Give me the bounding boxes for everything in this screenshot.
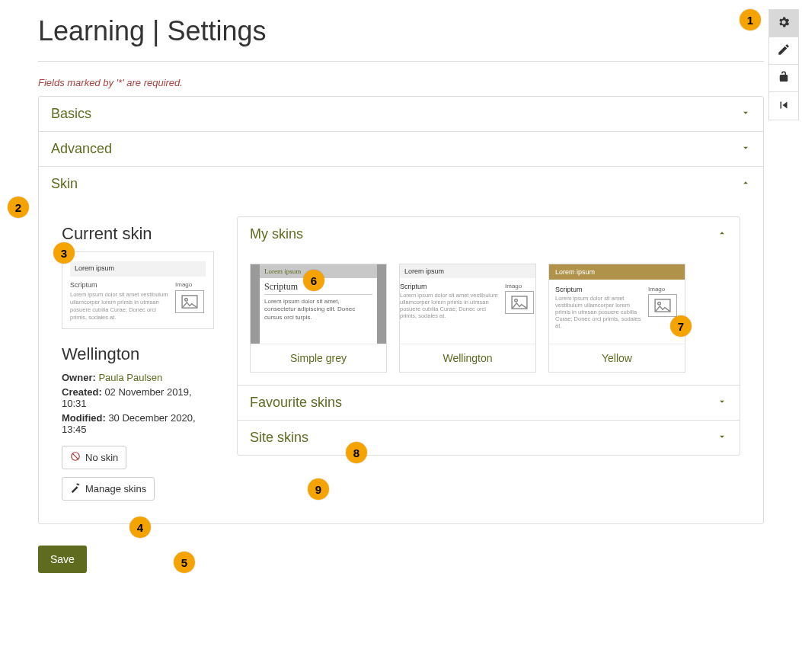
save-button[interactable]: Save bbox=[38, 546, 87, 573]
accordion-label: Advanced bbox=[51, 141, 112, 157]
edit-tool-button[interactable] bbox=[769, 37, 798, 65]
chevron-up-icon bbox=[740, 178, 751, 190]
image-placeholder-icon bbox=[648, 294, 677, 317]
current-skin-meta: Owner: Paula Paulsen Created: 02 Novembe… bbox=[62, 372, 214, 435]
chevron-down-icon bbox=[740, 107, 751, 120]
pencil-icon bbox=[777, 43, 791, 59]
callout-8: 8 bbox=[346, 442, 367, 463]
callout-4: 4 bbox=[129, 517, 151, 538]
callout-2: 2 bbox=[8, 197, 29, 218]
callout-7: 7 bbox=[670, 315, 692, 337]
svg-line-3 bbox=[72, 453, 78, 459]
chevron-down-icon bbox=[717, 430, 727, 446]
accordion-header-basics[interactable]: Basics bbox=[39, 97, 763, 131]
image-placeholder-icon bbox=[505, 291, 534, 314]
svg-point-7 bbox=[658, 302, 661, 306]
current-skin-heading: Current skin bbox=[62, 224, 214, 244]
page-title: Learning | Settings bbox=[38, 15, 764, 47]
preview-title-bar: Lorem ipsum bbox=[70, 261, 206, 277]
image-placeholder-icon bbox=[175, 290, 204, 313]
required-fields-note: Fields marked by '*' are required. bbox=[38, 77, 764, 88]
settings-tool-button[interactable] bbox=[769, 10, 798, 37]
no-skin-button[interactable]: No skin bbox=[62, 446, 126, 469]
magic-icon bbox=[70, 482, 81, 495]
manage-skins-button[interactable]: Manage skins bbox=[62, 477, 155, 501]
page-side-toolbar bbox=[768, 9, 799, 120]
svg-point-1 bbox=[185, 299, 188, 302]
skin-card-label: Simple grey bbox=[251, 344, 386, 372]
skin-card-label: Wellington bbox=[400, 344, 535, 372]
chevron-up-icon bbox=[717, 226, 727, 242]
step-backward-icon bbox=[777, 98, 791, 114]
skin-preview: Lorem ipsum Scriptum Lorem ipsum dolor s… bbox=[549, 264, 685, 344]
sub-accordion-header-favourite-skins[interactable]: Favourite skins bbox=[238, 386, 740, 420]
accordion-label: Skin bbox=[51, 176, 78, 192]
unlock-icon bbox=[777, 70, 791, 86]
sub-accordion-header-site-skins[interactable]: Site skins bbox=[238, 421, 740, 455]
page-divider bbox=[38, 61, 764, 62]
sub-accordion-header-my-skins[interactable]: My skins bbox=[238, 217, 740, 251]
skin-card-label: Yellow bbox=[549, 344, 685, 372]
settings-accordion: Basics Advanced Skin bbox=[38, 96, 764, 524]
svg-point-5 bbox=[515, 299, 518, 302]
return-tool-button[interactable] bbox=[769, 92, 798, 120]
skins-sub-accordion: My skins bbox=[237, 216, 740, 456]
chevron-down-icon bbox=[740, 142, 751, 155]
accordion-header-advanced[interactable]: Advanced bbox=[39, 132, 763, 166]
skin-preview: Lorem ipsum Scriptum Lorem ipsum dolor s… bbox=[400, 264, 535, 344]
callout-5: 5 bbox=[174, 552, 195, 573]
skin-panel: Current skin Lorem ipsum Scriptum Lorem … bbox=[39, 201, 763, 523]
callout-3: 3 bbox=[53, 242, 75, 264]
skin-card-yellow[interactable]: Lorem ipsum Scriptum Lorem ipsum dolor s… bbox=[548, 264, 685, 373]
current-skin-name: Wellington bbox=[62, 344, 214, 364]
accordion-header-skin[interactable]: Skin bbox=[39, 167, 763, 201]
lock-tool-button[interactable] bbox=[769, 65, 798, 92]
accordion-label: Basics bbox=[51, 106, 91, 122]
callout-6: 6 bbox=[303, 270, 324, 291]
current-skin-thumbnail: Lorem ipsum Scriptum Lorem ipsum dolor s… bbox=[62, 251, 214, 329]
callout-9: 9 bbox=[308, 478, 329, 500]
ban-icon bbox=[70, 451, 81, 464]
chevron-down-icon bbox=[717, 395, 727, 411]
callout-1: 1 bbox=[740, 9, 761, 30]
skin-card-wellington[interactable]: Lorem ipsum Scriptum Lorem ipsum dolor s… bbox=[399, 264, 536, 373]
gears-icon bbox=[777, 15, 791, 31]
